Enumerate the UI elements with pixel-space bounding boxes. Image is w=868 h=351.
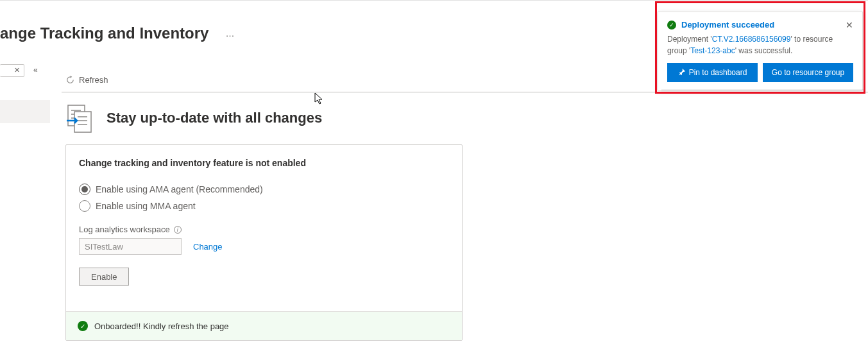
content-header: Stay up-to-date with all changes <box>64 103 322 133</box>
radio-mma-agent[interactable]: Enable using MMA agent <box>79 200 449 212</box>
button-label: Go to resource group <box>772 68 844 77</box>
deployment-link[interactable]: CT.V2.1668686156099 <box>712 35 791 44</box>
status-message: Onboarded!! Kindly refresh the page <box>94 321 229 331</box>
toast-shadow <box>661 89 864 92</box>
title-more-icon[interactable]: … <box>225 28 235 39</box>
card-title: Change tracking and inventory feature is… <box>79 158 449 168</box>
svg-rect-4 <box>74 112 91 132</box>
toast-title: Deployment succeeded <box>681 20 840 30</box>
workspace-row: Change <box>79 238 449 255</box>
panel-close-chip[interactable]: ✕ <box>0 64 24 77</box>
radio-icon <box>79 200 90 212</box>
workspace-field-label-row: Log analytics workspace i <box>79 225 449 234</box>
window-top-border <box>0 0 868 1</box>
page-title: ange Tracking and Inventory <box>0 24 208 42</box>
content-heading: Stay up-to-date with all changes <box>106 110 322 126</box>
toast-body: Deployment 'CT.V2.1668686156099' to reso… <box>667 33 853 56</box>
refresh-icon[interactable] <box>65 75 75 85</box>
workspace-input[interactable] <box>79 238 182 255</box>
button-label: Pin to dashboard <box>689 68 747 77</box>
success-check-icon: ✓ <box>78 321 88 331</box>
workspace-field-label: Log analytics workspace <box>79 225 170 234</box>
radio-ama-agent[interactable]: Enable using AMA agent (Recommended) <box>79 184 449 195</box>
deployment-toast: ✓ Deployment succeeded ✕ Deployment 'CT.… <box>658 12 863 90</box>
refresh-button[interactable]: Refresh <box>79 75 108 85</box>
status-banner: ✓ Onboarded!! Kindly refresh the page <box>66 311 462 340</box>
toast-text: Deployment ' <box>667 35 712 44</box>
enable-button[interactable]: Enable <box>79 268 129 286</box>
success-check-icon: ✓ <box>667 21 676 30</box>
go-to-resource-group-button[interactable]: Go to resource group <box>763 63 853 82</box>
resource-group-link[interactable]: Test-123-abc <box>690 46 735 55</box>
radio-label: Enable using MMA agent <box>96 201 196 211</box>
collapse-sidebar-icon[interactable]: « <box>33 65 37 74</box>
agent-radio-group: Enable using AMA agent (Recommended) Ena… <box>79 184 449 212</box>
radio-label: Enable using AMA agent (Recommended) <box>96 184 263 194</box>
pin-to-dashboard-button[interactable]: Pin to dashboard <box>667 63 758 82</box>
sidebar-item-selected[interactable] <box>0 100 50 123</box>
radio-icon <box>79 184 90 195</box>
toast-text: ' was successful. <box>735 46 793 55</box>
change-link[interactable]: Change <box>193 242 223 252</box>
close-icon: ✕ <box>14 66 20 74</box>
info-icon[interactable]: i <box>174 226 182 234</box>
change-tracking-icon <box>64 103 95 133</box>
pin-icon <box>678 68 686 78</box>
enable-card: Change tracking and inventory feature is… <box>65 144 463 341</box>
page-title-area: ange Tracking and Inventory … <box>0 24 235 42</box>
close-icon[interactable]: ✕ <box>846 21 853 30</box>
